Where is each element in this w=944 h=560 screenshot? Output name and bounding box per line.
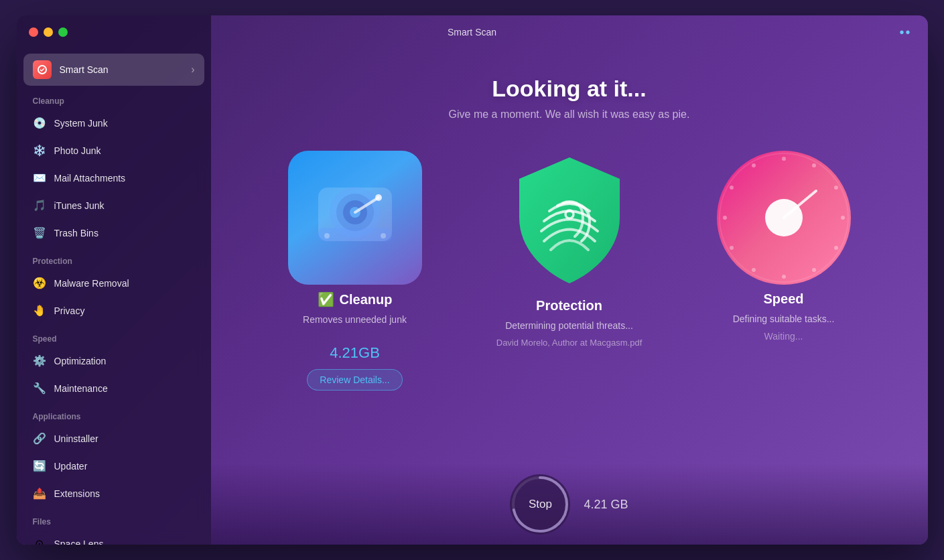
svg-point-21 [730, 246, 734, 250]
svg-point-24 [752, 163, 756, 167]
svg-point-23 [730, 186, 734, 190]
main-subtitle: Give me a moment. We all wish it was eas… [449, 109, 690, 121]
music-icon: 🎵 [33, 199, 46, 212]
extensions-icon: 📤 [33, 487, 46, 500]
privacy-icon: 🤚 [33, 304, 46, 317]
svg-point-20 [752, 268, 756, 272]
sidebar-item-space-lens[interactable]: ⊙ Space Lens [23, 531, 204, 545]
sidebar-item-label-trash-bins: Trash Bins [54, 228, 98, 238]
sidebar-item-photo-junk[interactable]: ❄️ Photo Junk [23, 137, 204, 163]
sidebar-item-uninstaller[interactable]: 🔗 Uninstaller [23, 425, 204, 451]
cleanup-title-row: ✅ Cleanup [318, 291, 393, 307]
svg-point-9 [324, 233, 330, 238]
sidebar-item-optimization[interactable]: ⚙️ Optimization [23, 348, 204, 374]
sidebar-item-label-mail-attachments: Mail Attachments [54, 173, 126, 184]
smart-scan-icon [33, 60, 52, 79]
speed-waiting: Waiting... [764, 331, 803, 342]
sidebar-item-smart-scan[interactable]: Smart Scan › [23, 54, 204, 86]
space-lens-icon: ⊙ [33, 537, 46, 545]
protection-desc: Determining potential threats... [505, 320, 633, 331]
sidebar-item-label-extensions: Extensions [54, 488, 100, 499]
sidebar-item-label-uninstaller: Uninstaller [54, 433, 98, 444]
sidebar-item-privacy[interactable]: 🤚 Privacy [23, 297, 204, 324]
system-junk-icon: 💿 [33, 117, 46, 129]
sidebar-section-files: Files [17, 508, 211, 529]
sidebar-section-protection: Protection [17, 247, 211, 269]
titlebar: Smart Scan •• [17, 15, 928, 49]
protection-title: Protection [536, 298, 602, 313]
svg-point-15 [834, 186, 838, 190]
sidebar-section-applications: Applications [17, 403, 211, 424]
trash-icon: 🗑️ [33, 226, 46, 239]
sidebar-item-label-updater: Updater [54, 461, 88, 472]
close-button[interactable] [29, 27, 38, 37]
mail-icon: ✉️ [33, 171, 46, 184]
sidebar-section-cleanup: Cleanup [17, 87, 211, 109]
sidebar-item-updater[interactable]: 🔄 Updater [23, 453, 204, 479]
cleanup-card: ✅ Cleanup Removes unneeded junk 4.21GB R… [261, 151, 449, 391]
svg-point-10 [381, 233, 386, 238]
review-details-button[interactable]: Review Details... [307, 369, 402, 391]
maximize-button[interactable] [58, 27, 68, 37]
settings-button[interactable]: •• [896, 25, 916, 39]
sidebar-item-label-maintenance: Maintenance [54, 383, 108, 394]
main-content: Looking at it... Give me a moment. We al… [211, 15, 928, 545]
sidebar-item-mail-attachments[interactable]: ✉️ Mail Attachments [23, 165, 204, 191]
optimization-icon: ⚙️ [33, 354, 46, 367]
hdd-icon [308, 171, 402, 265]
svg-point-14 [812, 163, 816, 167]
dots-icon: •• [899, 25, 911, 40]
sidebar-item-itunes-junk[interactable]: 🎵 iTunes Junk [23, 192, 204, 218]
window-title: Smart Scan [448, 27, 496, 38]
protection-card: Protection Determining potential threats… [476, 151, 663, 348]
speed-title-row: Speed [763, 291, 803, 307]
svg-point-8 [375, 194, 382, 201]
speedometer-icon [717, 151, 851, 285]
check-icon: ✅ [318, 291, 334, 307]
uninstaller-icon: 🔗 [33, 432, 46, 445]
sidebar-item-label-space-lens: Space Lens [54, 539, 104, 545]
arrow-icon: › [191, 64, 194, 76]
stop-size: 4.21 GB [584, 498, 628, 512]
speed-card: Speed Defining suitable tasks... Waiting… [690, 151, 878, 342]
svg-point-22 [723, 216, 727, 220]
cleanup-title: Cleanup [340, 292, 393, 307]
protection-icon-wrap [502, 151, 636, 291]
cards-row: ✅ Cleanup Removes unneeded junk 4.21GB R… [211, 151, 928, 391]
shield-icon [502, 151, 636, 291]
svg-point-13 [782, 157, 786, 161]
main-title: Looking at it... [492, 76, 646, 102]
sidebar-item-label-itunes-junk: iTunes Junk [54, 200, 105, 211]
sidebar-item-label-optimization: Optimization [54, 356, 107, 366]
stop-button[interactable]: Stop [510, 474, 570, 535]
svg-point-19 [782, 275, 786, 279]
sidebar-item-label-privacy: Privacy [54, 305, 85, 316]
sidebar-item-label-smart-scan: Smart Scan [60, 64, 109, 75]
sidebar-item-label-system-junk: System Junk [54, 118, 108, 129]
protection-title-row: Protection [536, 298, 602, 313]
sidebar: Smart Scan › Cleanup 💿 System Junk ❄️ Ph… [17, 15, 211, 545]
sidebar-item-malware-removal[interactable]: ☣️ Malware Removal [23, 270, 204, 296]
speed-title: Speed [763, 291, 803, 307]
svg-point-16 [841, 216, 845, 220]
cleanup-icon-wrap [288, 151, 422, 285]
bottom-bar: Stop 4.21 GB [211, 464, 928, 545]
speed-icon-wrap [717, 151, 851, 285]
malware-icon: ☣️ [33, 277, 46, 289]
app-window: Smart Scan •• Smart Scan › Cleanup 💿 Sys… [17, 15, 928, 545]
traffic-lights [29, 27, 68, 37]
protection-sub: David Morelo, Author at Macgasm.pdf [496, 338, 643, 348]
sidebar-section-speed: Speed [17, 325, 211, 346]
minimize-button[interactable] [44, 27, 53, 37]
svg-point-18 [812, 268, 816, 272]
cleanup-desc: Removes unneeded junk [303, 314, 407, 325]
sidebar-item-label-malware-removal: Malware Removal [54, 278, 129, 289]
sidebar-item-trash-bins[interactable]: 🗑️ Trash Bins [23, 220, 204, 246]
sidebar-item-extensions[interactable]: 📤 Extensions [23, 480, 204, 506]
updater-icon: 🔄 [33, 460, 46, 472]
speed-desc: Defining suitable tasks... [733, 313, 835, 324]
sidebar-item-maintenance[interactable]: 🔧 Maintenance [23, 375, 204, 401]
cleanup-value: 4.21GB [330, 332, 380, 362]
sidebar-item-system-junk[interactable]: 💿 System Junk [23, 110, 204, 136]
maintenance-icon: 🔧 [33, 382, 46, 395]
